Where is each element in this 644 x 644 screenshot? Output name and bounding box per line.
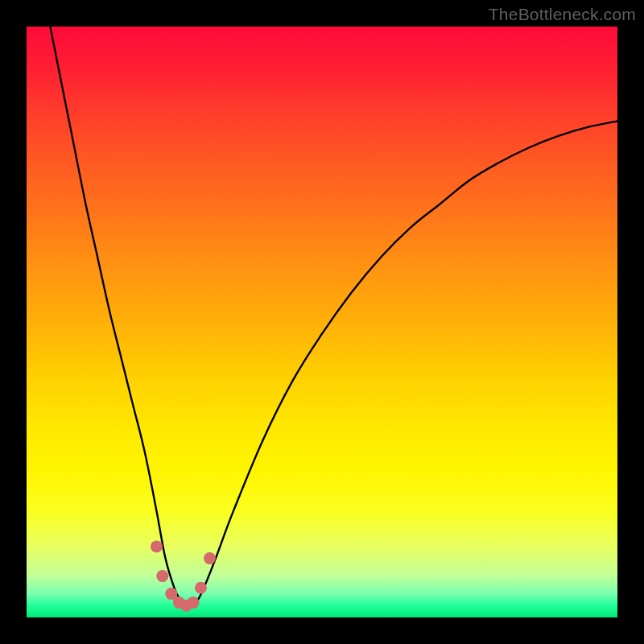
bottleneck-curve bbox=[50, 27, 617, 606]
emphasis-point bbox=[204, 552, 216, 564]
emphasis-point bbox=[151, 540, 163, 552]
chart-frame: TheBottleneck.com bbox=[0, 0, 644, 644]
curve-layer bbox=[27, 27, 617, 617]
emphasis-point bbox=[156, 570, 168, 582]
emphasis-point bbox=[188, 597, 200, 609]
plot-area bbox=[27, 27, 617, 617]
emphasis-point bbox=[195, 582, 207, 594]
watermark-text: TheBottleneck.com bbox=[489, 5, 636, 24]
emphasis-markers bbox=[151, 540, 216, 611]
